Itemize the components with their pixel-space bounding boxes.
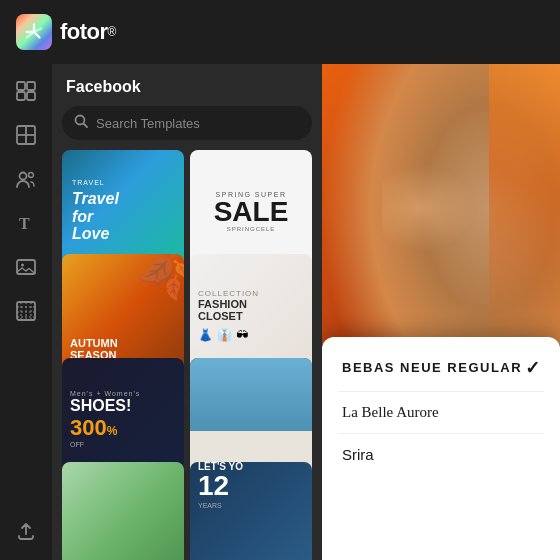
- search-icon: [74, 114, 88, 132]
- people-icon[interactable]: [7, 160, 45, 198]
- template-card-lets[interactable]: LET'S YO: [190, 358, 312, 480]
- layout-icon[interactable]: [7, 72, 45, 110]
- font-item-bebas[interactable]: BEBAS NEUE REGULAR ✓: [322, 345, 560, 391]
- upload-icon[interactable]: [7, 512, 45, 550]
- search-input[interactable]: [96, 116, 300, 131]
- font-name-labelle: La Belle Aurore: [342, 404, 439, 421]
- search-bar: [62, 106, 312, 140]
- svg-rect-1: [17, 82, 25, 90]
- svg-line-21: [84, 124, 88, 128]
- font-item-labelle[interactable]: La Belle Aurore: [322, 392, 560, 433]
- grid-icon[interactable]: [7, 116, 45, 154]
- template-card-birthday[interactable]: Happy Birthday: [62, 462, 184, 560]
- svg-rect-4: [27, 92, 35, 100]
- svg-rect-3: [17, 92, 25, 100]
- texture-icon[interactable]: [7, 292, 45, 330]
- svg-text:T: T: [19, 215, 30, 232]
- logo-reg: ®: [108, 25, 117, 39]
- checkmark-icon: ✓: [525, 357, 540, 379]
- font-name-srira: Srira: [342, 446, 374, 463]
- template-grid: Travel TravelforLove SPRING SUPER SALE S…: [52, 150, 322, 560]
- templates-panel: Facebook Travel TravelforLove: [52, 64, 322, 560]
- main-container: T: [0, 64, 560, 560]
- font-dropdown: BEBAS NEUE REGULAR ✓ La Belle Aurore Sri…: [322, 337, 560, 560]
- svg-point-9: [29, 173, 34, 178]
- wave-overlay: [489, 64, 560, 362]
- font-item-srira[interactable]: Srira: [322, 434, 560, 475]
- logo-icon: [16, 14, 52, 50]
- logo-text: fotor: [60, 19, 108, 45]
- svg-point-12: [21, 264, 24, 267]
- app-header: fotor®: [0, 0, 560, 64]
- panel-title: Facebook: [52, 64, 322, 106]
- svg-rect-2: [27, 82, 35, 90]
- font-name-bebas: BEBAS NEUE REGULAR: [342, 360, 522, 375]
- image-icon[interactable]: [7, 248, 45, 286]
- svg-point-8: [20, 173, 27, 180]
- sidebar: T: [0, 64, 52, 560]
- right-panel: When you LOVE YOURSELF, that's when you'…: [322, 64, 560, 560]
- text-icon[interactable]: T: [7, 204, 45, 242]
